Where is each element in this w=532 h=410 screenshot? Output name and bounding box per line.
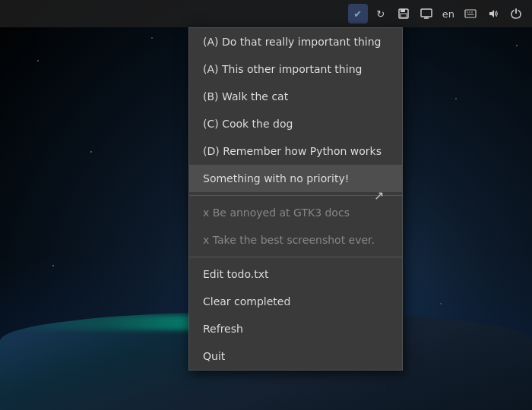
task-6-label: Something with no priority!	[203, 172, 349, 184]
menu-divider-2	[189, 257, 402, 257]
todo-dropdown-menu: (A) Do that really important thing (A) T…	[188, 27, 403, 371]
svg-rect-6	[465, 10, 476, 17]
save-taskbar-icon[interactable]	[394, 4, 413, 24]
completed-1-label: x Be annoyed at GTK3 docs	[203, 207, 350, 219]
edit-todo-label: Edit todo.txt	[203, 268, 269, 280]
menu-item-task-4[interactable]: (C) Cook the dog	[189, 110, 402, 137]
refresh-taskbar-icon[interactable]: ↻	[371, 4, 391, 24]
task-2-label: (A) This other important thing	[203, 63, 362, 75]
keyboard-taskbar-icon[interactable]	[461, 4, 480, 24]
task-3-label: (B) Walk the cat	[203, 90, 288, 102]
menu-item-task-2[interactable]: (A) This other important thing	[189, 55, 402, 83]
screen-taskbar-icon[interactable]	[416, 4, 436, 24]
svg-marker-11	[489, 10, 494, 17]
volume-taskbar-icon[interactable]	[483, 4, 503, 24]
refresh-label: Refresh	[203, 323, 243, 335]
menu-divider-1	[189, 195, 402, 196]
menu-item-clear-completed[interactable]: Clear completed	[189, 288, 402, 315]
menu-item-completed-2[interactable]: x Take the best screenshot ever.	[189, 226, 402, 254]
menu-item-task-6[interactable]: Something with no priority!	[189, 165, 402, 192]
menu-item-task-3[interactable]: (B) Walk the cat	[189, 83, 402, 110]
menu-item-task-5[interactable]: (D) Remember how Python works	[189, 137, 402, 165]
clear-completed-label: Clear completed	[203, 295, 290, 308]
taskbar: ✔ ↻ en	[0, 0, 532, 27]
svg-rect-1	[401, 9, 405, 12]
task-5-label: (D) Remember how Python works	[203, 145, 382, 157]
menu-item-quit[interactable]: Quit	[189, 342, 402, 370]
language-indicator[interactable]: en	[439, 8, 458, 20]
menu-item-completed-1[interactable]: x Be annoyed at GTK3 docs	[189, 199, 402, 226]
task-1-label: (A) Do that really important thing	[203, 36, 381, 48]
quit-label: Quit	[203, 350, 225, 362]
menu-item-task-1[interactable]: (A) Do that really important thing	[189, 28, 402, 55]
menu-item-edit-todo[interactable]: Edit todo.txt	[189, 260, 402, 288]
task-4-label: (C) Cook the dog	[203, 118, 293, 130]
svg-rect-2	[401, 14, 407, 17]
svg-rect-3	[421, 9, 432, 17]
menu-item-refresh[interactable]: Refresh	[189, 315, 402, 342]
todo-taskbar-icon[interactable]: ✔	[348, 4, 368, 24]
power-taskbar-icon[interactable]	[506, 4, 526, 24]
completed-2-label: x Take the best screenshot ever.	[203, 234, 375, 246]
